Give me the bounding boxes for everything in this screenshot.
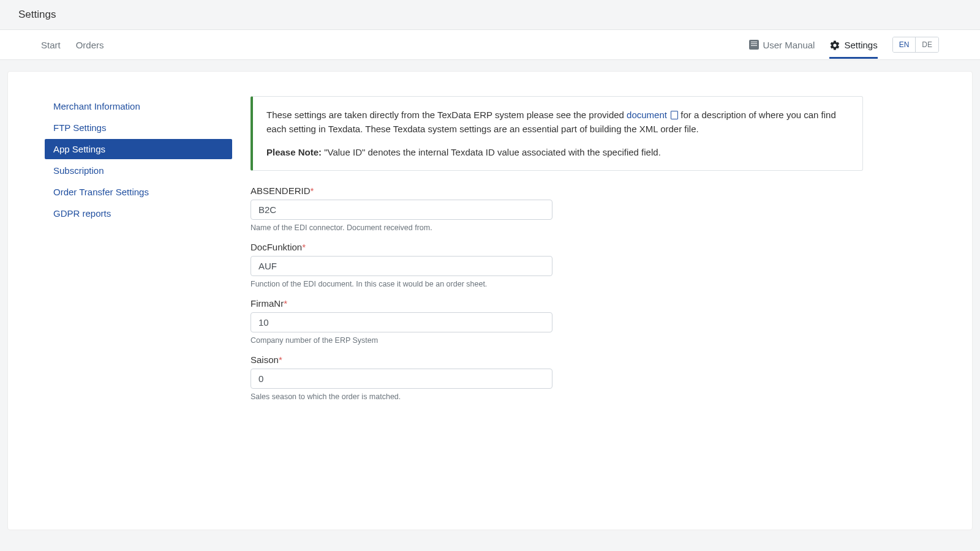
info-note-bold: Please Note:: [266, 147, 322, 157]
nav-orders[interactable]: Orders: [76, 40, 104, 50]
label-firmanr-text: FirmaNr: [251, 298, 284, 309]
document-link-label: document: [627, 110, 667, 120]
required-mark: *: [302, 242, 306, 252]
help-saison: Sales season to which the order is match…: [251, 392, 863, 401]
label-saison: Saison*: [251, 354, 863, 365]
info-box: These settings are taken directly from t…: [251, 96, 863, 171]
form-group-docfunktion: DocFunktion* Function of the EDI documen…: [251, 242, 863, 288]
sidebar: Merchant Information FTP Settings App Se…: [45, 96, 232, 505]
lang-switch: EN DE: [892, 37, 939, 53]
info-note-rest: "Value ID" denotes the internal Texdata …: [322, 147, 661, 157]
input-absenderid[interactable]: [251, 200, 552, 220]
help-docfunktion: Function of the EDI document. In this ca…: [251, 280, 863, 288]
input-docfunktion[interactable]: [251, 256, 552, 276]
form-group-absenderid: ABSENDERID* Name of the EDI connector. D…: [251, 186, 863, 232]
lang-de-button[interactable]: DE: [916, 37, 938, 52]
label-saison-text: Saison: [251, 354, 279, 365]
content-card: Merchant Information FTP Settings App Se…: [7, 71, 973, 530]
sidebar-item-gdpr-reports[interactable]: GDPR reports: [45, 203, 232, 223]
help-firmanr: Company number of the ERP System: [251, 336, 863, 345]
input-firmanr[interactable]: [251, 312, 552, 332]
required-mark: *: [279, 354, 282, 365]
book-icon: [749, 40, 759, 50]
nav-user-manual[interactable]: User Manual: [749, 40, 815, 50]
label-absenderid: ABSENDERID*: [251, 186, 863, 196]
form-group-saison: Saison* Sales season to which the order …: [251, 354, 863, 401]
pdf-icon: [671, 111, 678, 119]
nav-settings[interactable]: Settings: [829, 40, 877, 59]
nav-settings-label: Settings: [844, 40, 877, 50]
label-absenderid-text: ABSENDERID: [251, 186, 311, 196]
required-mark: *: [284, 298, 287, 309]
sidebar-item-order-transfer-settings[interactable]: Order Transfer Settings: [45, 182, 232, 202]
label-docfunktion-text: DocFunktion: [251, 242, 302, 252]
document-link[interactable]: document: [627, 110, 678, 120]
nav-user-manual-label: User Manual: [763, 40, 815, 50]
sidebar-item-merchant-information[interactable]: Merchant Information: [45, 96, 232, 116]
lang-en-button[interactable]: EN: [893, 37, 916, 52]
info-text-part1: These settings are taken directly from t…: [266, 110, 627, 120]
help-absenderid: Name of the EDI connector. Document rece…: [251, 223, 863, 232]
label-firmanr: FirmaNr*: [251, 298, 863, 309]
sidebar-item-ftp-settings[interactable]: FTP Settings: [45, 118, 232, 138]
gear-icon: [829, 40, 840, 51]
page-title: Settings: [18, 9, 962, 21]
label-docfunktion: DocFunktion*: [251, 242, 863, 252]
top-header: Settings: [0, 0, 980, 30]
nav-right: User Manual Settings EN DE: [749, 37, 939, 53]
main-content: These settings are taken directly from t…: [251, 96, 863, 505]
required-mark: *: [311, 186, 314, 196]
nav-start[interactable]: Start: [41, 40, 61, 50]
navbar: Start Orders User Manual Settings EN DE: [0, 30, 980, 60]
sidebar-item-subscription[interactable]: Subscription: [45, 160, 232, 181]
info-text: These settings are taken directly from t…: [266, 108, 849, 137]
input-saison[interactable]: [251, 369, 552, 389]
nav-left: Start Orders: [41, 40, 104, 50]
sidebar-item-app-settings[interactable]: App Settings: [45, 139, 232, 159]
form-group-firmanr: FirmaNr* Company number of the ERP Syste…: [251, 298, 863, 345]
info-note: Please Note: "Value ID" denotes the inte…: [266, 145, 849, 159]
